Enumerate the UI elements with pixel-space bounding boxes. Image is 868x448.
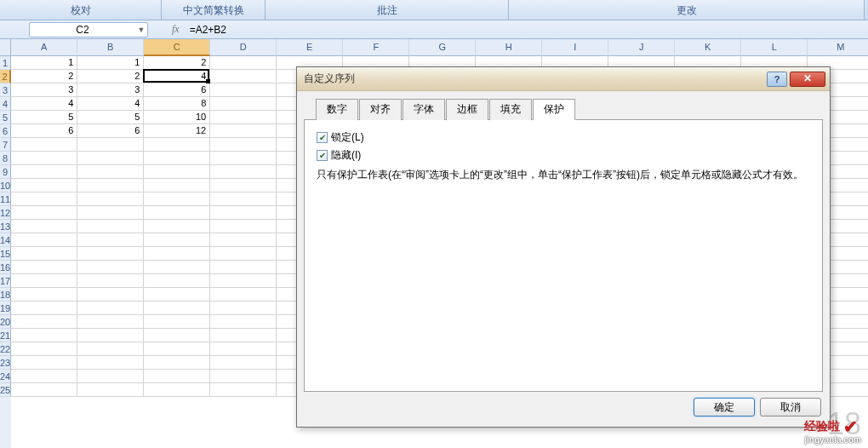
cell[interactable] — [210, 329, 277, 342]
dialog-tab[interactable]: 边框 — [446, 99, 488, 120]
cell[interactable] — [77, 247, 144, 261]
ribbon-group[interactable]: 更改 — [509, 0, 865, 20]
cell[interactable]: 4 — [11, 97, 77, 111]
cell[interactable]: 4 — [144, 70, 210, 83]
row-header[interactable]: 4 — [0, 97, 11, 111]
cell[interactable] — [77, 288, 144, 302]
cell[interactable]: 2 — [144, 56, 210, 70]
column-header[interactable]: E — [277, 39, 343, 56]
dialog-titlebar[interactable]: 自定义序列 ? ✕ — [297, 67, 830, 91]
column-header[interactable]: L — [741, 39, 808, 56]
cell[interactable] — [144, 247, 210, 261]
cell[interactable]: 5 — [77, 111, 144, 124]
cell[interactable] — [11, 138, 77, 152]
row-header[interactable]: 15 — [0, 247, 11, 261]
cell[interactable]: 12 — [144, 124, 210, 138]
cell[interactable] — [11, 370, 77, 383]
cell[interactable] — [210, 383, 277, 397]
dialog-tab[interactable]: 对齐 — [359, 99, 402, 120]
cell[interactable] — [77, 261, 144, 274]
hide-checkbox[interactable]: ✔ — [317, 150, 328, 161]
cell[interactable] — [210, 124, 277, 138]
dialog-tab[interactable]: 填充 — [489, 99, 532, 120]
name-box-dropdown-icon[interactable]: ▼ — [135, 26, 147, 34]
cell[interactable]: 2 — [11, 70, 77, 83]
cell[interactable] — [144, 206, 210, 220]
cell[interactable] — [144, 152, 210, 165]
cell[interactable] — [144, 288, 210, 302]
cell[interactable] — [11, 247, 77, 261]
cell[interactable] — [210, 261, 277, 274]
name-box[interactable]: C2 ▼ — [29, 22, 148, 37]
ribbon-group[interactable]: 批注 — [266, 0, 509, 20]
column-header[interactable]: B — [77, 39, 144, 56]
cell[interactable] — [77, 152, 144, 165]
cell[interactable] — [144, 370, 210, 383]
row-header[interactable]: 25 — [0, 383, 11, 397]
fx-icon[interactable]: fx — [165, 23, 186, 36]
cell[interactable]: 6 — [144, 83, 210, 97]
cell[interactable] — [210, 152, 277, 165]
cell[interactable] — [210, 70, 277, 83]
row-header[interactable]: 3 — [0, 83, 11, 97]
cell[interactable]: 10 — [144, 111, 210, 124]
row-header[interactable]: 1 — [0, 56, 11, 70]
cell[interactable] — [11, 192, 77, 206]
row-header[interactable]: 12 — [0, 206, 11, 220]
row-header[interactable]: 23 — [0, 356, 11, 370]
cell[interactable] — [11, 356, 77, 370]
cell[interactable] — [77, 383, 144, 397]
column-header[interactable]: I — [542, 39, 608, 56]
cell[interactable] — [144, 220, 210, 233]
cell[interactable] — [11, 288, 77, 302]
cell[interactable] — [77, 329, 144, 342]
cell[interactable] — [11, 152, 77, 165]
cell[interactable]: 1 — [77, 56, 144, 70]
row-header[interactable]: 14 — [0, 233, 11, 247]
dialog-tab[interactable]: 保护 — [533, 99, 575, 120]
cell[interactable] — [11, 342, 77, 356]
column-header[interactable]: F — [343, 39, 409, 56]
cell[interactable] — [210, 111, 277, 124]
cell[interactable] — [11, 383, 77, 397]
row-header[interactable]: 2 — [0, 70, 11, 83]
lock-checkbox[interactable]: ✔ — [317, 132, 328, 143]
cell[interactable] — [77, 206, 144, 220]
dialog-help-button[interactable]: ? — [767, 72, 787, 87]
cancel-button[interactable]: 取消 — [760, 398, 821, 416]
cell[interactable] — [77, 370, 144, 383]
cell[interactable]: 6 — [77, 124, 144, 138]
cell[interactable] — [11, 274, 77, 288]
cell[interactable] — [11, 315, 77, 329]
cell[interactable] — [77, 315, 144, 329]
cell[interactable]: 6 — [11, 124, 77, 138]
cell[interactable] — [210, 192, 277, 206]
cell[interactable] — [11, 329, 77, 342]
cell[interactable] — [210, 302, 277, 315]
cell[interactable] — [210, 97, 277, 111]
cell[interactable] — [210, 233, 277, 247]
row-header[interactable]: 8 — [0, 152, 11, 165]
ok-button[interactable]: 确定 — [694, 398, 755, 416]
cell[interactable]: 2 — [77, 70, 144, 83]
cell[interactable]: 1 — [11, 56, 77, 70]
cell[interactable] — [11, 179, 77, 192]
cell[interactable] — [210, 288, 277, 302]
cell[interactable] — [11, 165, 77, 179]
dialog-tab[interactable]: 数字 — [316, 99, 358, 120]
cell[interactable] — [210, 274, 277, 288]
cell[interactable] — [210, 165, 277, 179]
cell[interactable] — [77, 302, 144, 315]
row-header[interactable]: 20 — [0, 315, 11, 329]
column-header[interactable]: M — [808, 39, 868, 56]
row-header[interactable]: 9 — [0, 165, 11, 179]
cell[interactable] — [11, 220, 77, 233]
column-header[interactable]: C — [144, 39, 210, 56]
row-header[interactable]: 19 — [0, 302, 11, 315]
column-header[interactable]: K — [675, 39, 741, 56]
row-header[interactable]: 6 — [0, 124, 11, 138]
dialog-close-button[interactable]: ✕ — [790, 72, 825, 87]
column-header[interactable]: G — [409, 39, 476, 56]
row-header[interactable]: 18 — [0, 288, 11, 302]
cell[interactable] — [11, 206, 77, 220]
